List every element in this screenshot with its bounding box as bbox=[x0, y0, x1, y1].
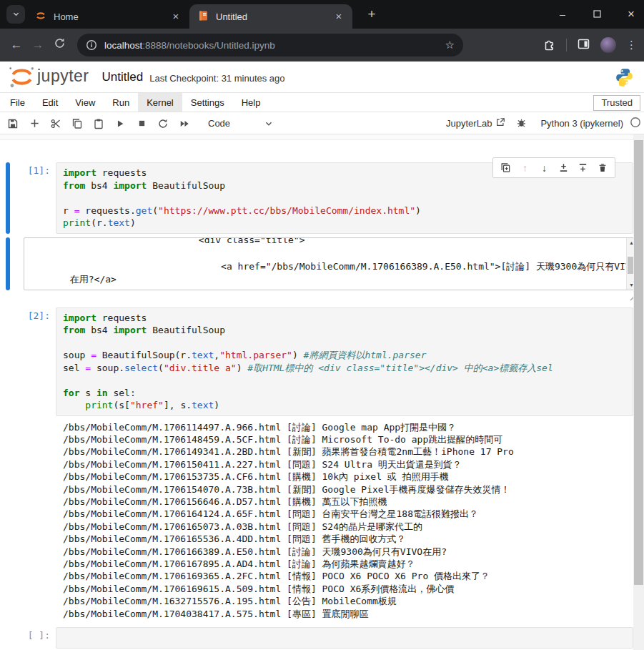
paste-button[interactable] bbox=[88, 118, 109, 129]
open-jupyterlab-link[interactable]: JupyterLab bbox=[446, 117, 505, 129]
menu-help[interactable]: Help bbox=[233, 93, 269, 112]
code-line bbox=[63, 374, 630, 387]
url-host: localhost bbox=[104, 40, 142, 51]
menu-kernel[interactable]: Kernel bbox=[138, 93, 182, 112]
output-collapser[interactable] bbox=[6, 237, 10, 290]
browser-tab-untitled[interactable]: Untitled × bbox=[189, 4, 352, 29]
save-button[interactable] bbox=[2, 118, 24, 129]
code-line: from bs4 import BeautifulSoup bbox=[63, 324, 630, 337]
code-line: sel = soup.select("div.title a") #取HTML標… bbox=[63, 362, 630, 375]
stream-output-text: /bbs/MobileComm/M.1706114497.A.966.html … bbox=[63, 421, 633, 621]
jupyter-logo-icon[interactable] bbox=[7, 64, 36, 90]
cell-list: [1]:import requestsfrom bs4 import Beaut… bbox=[0, 140, 644, 649]
menu-items: FileEditViewRunKernelSettingsHelp bbox=[1, 93, 269, 112]
execution-prompt: [1]: bbox=[10, 162, 56, 234]
notebook-title[interactable]: Untitled bbox=[102, 70, 144, 84]
reload-button[interactable] bbox=[49, 37, 70, 53]
code-editor[interactable]: import requestsfrom bs4 import Beautiful… bbox=[56, 307, 633, 416]
window-close-button[interactable]: × bbox=[624, 7, 638, 21]
browser-window: Home × Untitled × + – × ← → localhost:88… bbox=[0, 0, 644, 650]
cell-type-value: Code bbox=[208, 118, 230, 129]
browser-tab-strip: Home × Untitled × + – × bbox=[0, 0, 644, 29]
code-line bbox=[63, 631, 630, 644]
code-line: soup = BeautifulSoup(r.text,"html.parser… bbox=[63, 349, 630, 362]
run-cell-button[interactable] bbox=[109, 119, 131, 129]
code-line bbox=[63, 337, 630, 350]
execution-prompt: [ ]: bbox=[10, 627, 56, 649]
back-button[interactable]: ← bbox=[6, 38, 27, 52]
profile-avatar[interactable] bbox=[600, 37, 616, 53]
code-line: r = requests.get("https://www.ptt.cc/bbs… bbox=[63, 205, 630, 217]
restart-kernel-button[interactable] bbox=[152, 118, 174, 129]
bookmark-star-icon[interactable]: ☆ bbox=[445, 39, 455, 51]
code-line: import requests bbox=[63, 312, 630, 325]
tab-title: Untitled bbox=[216, 11, 332, 22]
output-scrollbox[interactable]: <div class="title"> <a href="/bbs/Mobile… bbox=[24, 237, 638, 290]
browser-toolbar: ← → localhost:8888/notebooks/Untitled.ip… bbox=[0, 29, 644, 61]
interrupt-kernel-button[interactable] bbox=[131, 119, 152, 128]
tab-close-icon[interactable]: × bbox=[169, 10, 182, 23]
code-line: for s in sel: bbox=[63, 387, 630, 400]
page-scrollbar[interactable] bbox=[633, 134, 644, 650]
kernel-name[interactable]: Python 3 (ipykernel) bbox=[540, 118, 623, 129]
browser-menu-icon[interactable]: ⋮ bbox=[626, 39, 637, 51]
menu-view[interactable]: View bbox=[66, 93, 104, 112]
menu-bar: FileEditViewRunKernelSettingsHelp Truste… bbox=[0, 92, 644, 112]
address-bar[interactable]: localhost:8888/notebooks/Untitled.ipynb … bbox=[77, 34, 463, 56]
output-html-text: <div class="title"> <a href="/bbs/Mobile… bbox=[31, 237, 637, 287]
menu-file[interactable]: File bbox=[1, 93, 34, 112]
new-tab-button[interactable]: + bbox=[362, 5, 381, 24]
move-cell-up-button[interactable]: ↑ bbox=[519, 162, 531, 174]
browser-tab-home[interactable]: Home × bbox=[26, 4, 189, 29]
cell-type-dropdown[interactable]: Code bbox=[208, 118, 273, 129]
chevron-down-icon bbox=[12, 8, 20, 21]
notebook-toolbar: Code JupyterLab Python 3 (ipykernel) bbox=[0, 113, 644, 134]
window-maximize-button[interactable] bbox=[590, 10, 604, 19]
output-area: <div class="title"> <a href="/bbs/Mobile… bbox=[0, 237, 633, 290]
menu-edit[interactable]: Edit bbox=[34, 93, 66, 112]
insert-cell-button[interactable] bbox=[24, 118, 45, 129]
forward-button[interactable]: → bbox=[27, 38, 49, 52]
duplicate-cell-button[interactable] bbox=[500, 162, 512, 174]
tab-close-icon[interactable]: × bbox=[332, 10, 345, 23]
menu-settings[interactable]: Settings bbox=[182, 93, 233, 112]
chevron-down-icon bbox=[264, 119, 273, 128]
code-cell: [ ]: bbox=[0, 627, 633, 649]
site-info-icon[interactable] bbox=[86, 39, 97, 51]
side-panel-icon[interactable] bbox=[577, 37, 590, 54]
code-cell: [2]:import requestsfrom bs4 import Beaut… bbox=[0, 307, 633, 416]
copy-button[interactable] bbox=[66, 118, 88, 129]
trusted-button[interactable]: Trusted bbox=[593, 95, 640, 111]
cell-actions-toolbar: ↑ ↓ bbox=[492, 157, 615, 178]
toolbar-divider bbox=[566, 39, 567, 51]
notebook-favicon-icon bbox=[198, 10, 209, 24]
code-line: from bs4 import BeautifulSoup bbox=[63, 179, 630, 192]
url-path: :8888/notebooks/Untitled.ipynb bbox=[142, 40, 274, 51]
insert-cell-above-button[interactable] bbox=[558, 162, 570, 174]
insert-cell-below-button[interactable] bbox=[577, 162, 589, 174]
notebook-panel: [1]:import requestsfrom bs4 import Beaut… bbox=[0, 134, 644, 650]
tab-search-button[interactable] bbox=[6, 5, 25, 24]
menu-run[interactable]: Run bbox=[104, 93, 138, 112]
extensions-icon[interactable] bbox=[543, 37, 556, 54]
python-logo-icon bbox=[615, 67, 634, 89]
tab-title: Home bbox=[54, 11, 169, 22]
notebook-top-strip bbox=[0, 134, 644, 140]
code-line: print(s["href"], s.text) bbox=[63, 399, 630, 412]
kernel-status-icon bbox=[630, 117, 641, 130]
page-scrollbar-thumb[interactable] bbox=[634, 140, 643, 585]
move-cell-down-button[interactable]: ↓ bbox=[538, 162, 550, 174]
code-line bbox=[63, 192, 630, 205]
window-minimize-button[interactable]: – bbox=[555, 9, 570, 20]
jupyter-header: jupyter Untitled Last Checkpoint: 31 min… bbox=[0, 61, 644, 92]
delete-cell-button[interactable] bbox=[596, 162, 608, 174]
stream-output: /bbs/MobileComm/M.1706114497.A.966.html … bbox=[63, 421, 633, 621]
code-editor[interactable] bbox=[56, 627, 633, 649]
cut-button[interactable] bbox=[45, 118, 66, 129]
window-controls: – × bbox=[555, 0, 638, 29]
restart-run-all-button[interactable] bbox=[174, 119, 195, 129]
debugger-bug-icon[interactable] bbox=[516, 117, 527, 130]
execution-prompt: [2]: bbox=[10, 307, 56, 416]
external-link-icon bbox=[495, 117, 505, 129]
checkpoint-status: Last Checkpoint: 31 minutes ago bbox=[149, 73, 284, 84]
